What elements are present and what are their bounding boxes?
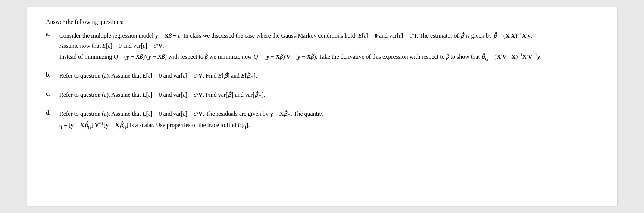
question-label-a: a. — [46, 31, 59, 37]
question-a-line2: Assume now that E[ε] = 0 and var[ε] = σ²… — [59, 41, 598, 51]
question-d-line1: Refer to question (a). Assume that E[ε] … — [59, 109, 598, 120]
question-a-line3: Instead of minimizing Q = (y − Xβ)′(y − … — [59, 52, 598, 62]
question-c-line1: Refer to question (a). Assume that E[ε] … — [59, 90, 598, 101]
question-content-c: Refer to question (a). Assume that E[ε] … — [59, 90, 598, 101]
question-content-a: Consider the multiple regression model y… — [59, 31, 598, 63]
page-header: Answer the following questions: — [46, 19, 598, 25]
questions-list: a. Consider the multiple regression mode… — [46, 31, 598, 132]
question-content-b: Refer to question (a). Assume that E[ε] … — [59, 71, 598, 82]
question-label-b: b. — [46, 71, 59, 78]
question-d-line2: q = [y − Xβ̂G]′V−1[y − Xβ̂G] is a scalar… — [59, 120, 598, 131]
question-b-line1: Refer to question (a). Assume that E[ε] … — [59, 71, 598, 81]
question-item-c: c. Refer to question (a). Assume that E[… — [46, 90, 598, 101]
question-item-b: b. Refer to question (a). Assume that E[… — [46, 71, 598, 82]
question-item-d: d. Refer to question (a). Assume that E[… — [46, 109, 598, 132]
question-item-a: a. Consider the multiple regression mode… — [46, 31, 598, 63]
question-content-d: Refer to question (a). Assume that E[ε] … — [59, 109, 598, 132]
page-container: Answer the following questions: a. Consi… — [27, 7, 617, 206]
question-label-c: c. — [46, 90, 59, 97]
question-label-d: d. — [46, 109, 59, 116]
question-a-line1: Consider the multiple regression model y… — [59, 31, 598, 41]
